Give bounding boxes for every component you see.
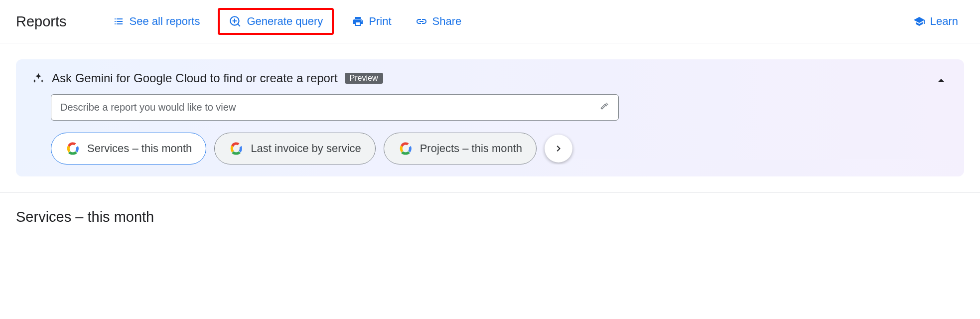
chip-label: Services – this month	[87, 142, 192, 155]
chip-projects-this-month[interactable]: Projects – this month	[384, 133, 537, 164]
magic-wand-icon[interactable]	[598, 102, 609, 113]
gemini-search-box[interactable]	[51, 94, 619, 121]
google-cloud-icon	[398, 141, 413, 156]
page-title: Reports	[16, 13, 67, 30]
print-button[interactable]: Print	[346, 11, 397, 32]
query-stats-icon	[229, 15, 242, 28]
header-actions: See all reports Generate query Print Sha…	[107, 8, 964, 35]
see-all-reports-label: See all reports	[130, 15, 200, 28]
generate-query-label: Generate query	[247, 15, 323, 28]
google-cloud-icon	[229, 141, 244, 156]
share-label: Share	[432, 15, 462, 28]
share-button[interactable]: Share	[410, 11, 468, 32]
gemini-header: Ask Gemini for Google Cloud to find or c…	[32, 71, 948, 85]
see-all-reports-button[interactable]: See all reports	[107, 11, 206, 32]
collapse-button[interactable]	[930, 69, 952, 93]
learn-label: Learn	[930, 15, 958, 28]
generate-query-button[interactable]: Generate query	[218, 8, 334, 35]
learn-icon	[913, 15, 925, 27]
google-cloud-icon	[65, 141, 80, 156]
svg-line-1	[238, 24, 240, 26]
sparkle-icon	[32, 72, 45, 85]
chevron-up-icon	[934, 73, 948, 87]
suggestion-chip-row: Services – this month Last invoice by se…	[51, 133, 948, 164]
scroll-right-button[interactable]	[545, 135, 572, 162]
chip-services-this-month[interactable]: Services – this month	[51, 133, 206, 164]
list-icon	[113, 15, 125, 27]
chip-label: Last invoice by service	[251, 142, 361, 155]
gemini-search-input[interactable]	[60, 102, 598, 113]
gemini-panel: Ask Gemini for Google Cloud to find or c…	[16, 59, 964, 176]
learn-button[interactable]: Learn	[907, 11, 964, 32]
header-bar: Reports See all reports Generate query P…	[0, 0, 980, 43]
print-label: Print	[369, 15, 391, 28]
chip-label: Projects – this month	[420, 142, 522, 155]
preview-badge: Preview	[345, 73, 383, 84]
section-title: Services – this month	[0, 193, 980, 241]
chevron-right-icon	[553, 143, 564, 155]
gemini-title: Ask Gemini for Google Cloud to find or c…	[52, 71, 338, 85]
chip-last-invoice-by-service[interactable]: Last invoice by service	[214, 133, 375, 164]
print-icon	[352, 15, 364, 27]
link-icon	[416, 15, 427, 27]
